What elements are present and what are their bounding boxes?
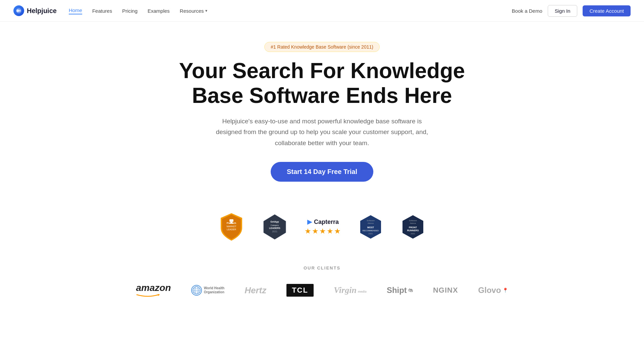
virgin-logo: Virgin media bbox=[334, 285, 367, 295]
logo[interactable]: Helpjuice bbox=[13, 5, 57, 16]
amazon-logo: amazon bbox=[136, 283, 171, 298]
clients-logos: amazon World Health bbox=[13, 283, 631, 298]
svg-text:Category: Category bbox=[271, 224, 279, 226]
svg-text:Advice: Advice bbox=[368, 222, 374, 224]
most-recommended-badge: Software Advice MOST RECOMMENDED 2021 bbox=[358, 214, 384, 240]
shipt-logo: Shipt 🛍 bbox=[387, 286, 413, 295]
capterra-arrow-icon: ▶ bbox=[307, 218, 312, 226]
svg-text:RUNNERS: RUNNERS bbox=[407, 229, 419, 232]
capterra-label: Capterra bbox=[314, 219, 339, 226]
market-leader-badge: Fintech MARKET LEADER bbox=[218, 212, 245, 242]
amazon-arrow-icon bbox=[136, 293, 160, 298]
nav-home[interactable]: Home bbox=[69, 7, 82, 14]
nav-right: Book a Demo Sign In Create Account bbox=[512, 5, 631, 17]
svg-text:MARKET: MARKET bbox=[226, 225, 236, 228]
svg-text:Software: Software bbox=[409, 220, 417, 222]
svg-point-1 bbox=[16, 9, 19, 12]
capterra-logo: ▶ Capterra bbox=[307, 218, 339, 226]
svg-text:2021: 2021 bbox=[272, 230, 277, 233]
svg-text:Software: Software bbox=[367, 220, 375, 222]
chevron-down-icon: ▾ bbox=[205, 8, 207, 13]
getapp-icon: GetApp Category LEADERS 2021 bbox=[261, 213, 288, 241]
most-recommended-icon: Software Advice MOST RECOMMENDED 2021 bbox=[358, 214, 384, 240]
nginx-logo: NGINX bbox=[433, 286, 458, 295]
book-demo-button[interactable]: Book a Demo bbox=[512, 8, 542, 14]
tcl-logo: TCL bbox=[286, 284, 314, 297]
capterra-badge: ▶ Capterra ★★★★★ bbox=[305, 218, 341, 236]
svg-text:2021: 2021 bbox=[411, 233, 415, 235]
trial-button[interactable]: Start 14 Day Free Trial bbox=[271, 162, 373, 182]
award-badges-section: Fintech MARKET LEADER GetApp Category LE… bbox=[0, 195, 644, 252]
svg-marker-23 bbox=[158, 294, 160, 296]
svg-rect-8 bbox=[229, 223, 233, 224]
hero-subtitle: Helpjuice's easy-to-use and most powerfu… bbox=[211, 116, 433, 148]
svg-text:LEADERS: LEADERS bbox=[269, 227, 280, 229]
nav-resources[interactable]: Resources ▾ bbox=[180, 8, 207, 14]
nav-left: Helpjuice Home Features Pricing Examples… bbox=[13, 5, 207, 16]
svg-rect-7 bbox=[230, 222, 232, 223]
sign-in-button[interactable]: Sign In bbox=[548, 5, 578, 17]
clients-section: OUR CLIENTS amazon bbox=[0, 252, 644, 318]
glovo-logo: Glovo 📍 bbox=[478, 286, 508, 295]
nav-features[interactable]: Features bbox=[92, 8, 112, 14]
front-runners-icon: Software Advice FRONT RUNNERS 2021 bbox=[400, 214, 426, 240]
navbar: Helpjuice Home Features Pricing Examples… bbox=[0, 0, 644, 22]
svg-text:LEADER: LEADER bbox=[227, 228, 236, 231]
nav-pricing[interactable]: Pricing bbox=[122, 8, 138, 14]
clients-title: OUR CLIENTS bbox=[13, 265, 631, 270]
svg-text:GetApp: GetApp bbox=[270, 221, 279, 223]
svg-text:FRONT: FRONT bbox=[409, 226, 417, 229]
front-runners-badge: Software Advice FRONT RUNNERS 2021 bbox=[400, 214, 426, 240]
who-circle-icon bbox=[191, 285, 202, 296]
market-leader-icon: Fintech MARKET LEADER bbox=[218, 212, 245, 242]
svg-text:Advice: Advice bbox=[410, 222, 416, 224]
logo-icon bbox=[13, 5, 24, 16]
svg-text:MOST: MOST bbox=[367, 226, 374, 229]
svg-rect-6 bbox=[229, 219, 233, 222]
nav-examples[interactable]: Examples bbox=[148, 8, 170, 14]
svg-point-2 bbox=[19, 10, 21, 12]
nav-links: Home Features Pricing Examples Resources… bbox=[69, 7, 207, 14]
svg-text:2021: 2021 bbox=[368, 233, 373, 235]
capterra-stars: ★★★★★ bbox=[305, 227, 341, 236]
who-logo: World Health Organization bbox=[191, 285, 224, 296]
create-account-button[interactable]: Create Account bbox=[583, 5, 631, 16]
hero-section: #1 Rated Knowledge Base Software (since … bbox=[171, 22, 473, 195]
hero-badge: #1 Rated Knowledge Base Software (since … bbox=[264, 42, 380, 52]
hertz-logo: Hertz bbox=[245, 285, 266, 296]
getapp-badge: GetApp Category LEADERS 2021 bbox=[261, 213, 288, 241]
logo-text: Helpjuice bbox=[27, 7, 57, 15]
svg-text:RECOMMENDED: RECOMMENDED bbox=[363, 230, 379, 232]
hero-title: Your Search For Knowledge Base Software … bbox=[178, 59, 466, 108]
